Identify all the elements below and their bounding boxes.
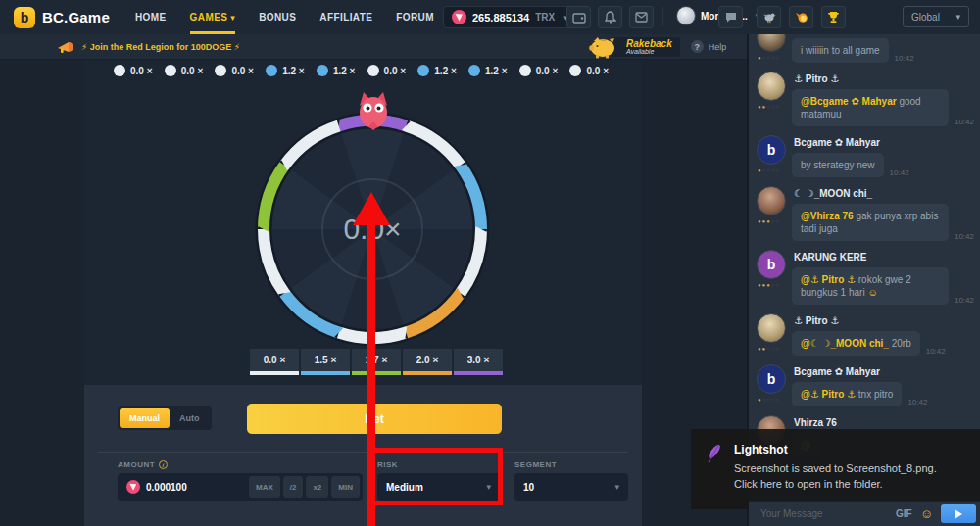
timestamp: 10:42 xyxy=(955,232,974,241)
legend-color-bar xyxy=(301,371,350,375)
history-chip[interactable]: 1.2 × xyxy=(468,65,508,76)
legend-color-bar xyxy=(352,371,401,375)
send-icon xyxy=(955,509,962,519)
info-icon[interactable]: i xyxy=(159,460,168,469)
nav-affiliate[interactable]: AFFILIATE xyxy=(319,0,372,34)
chat-username[interactable]: KARUNG KERE xyxy=(794,252,974,263)
result-dot xyxy=(317,65,328,76)
chat-username[interactable]: Vhirza 76 xyxy=(794,417,974,428)
promo-banner[interactable]: ⚡ Join the Red Legion for 100DOGE ⚡ Rake… xyxy=(0,34,747,59)
chat-message-input[interactable] xyxy=(760,508,888,519)
chat-toggle-button[interactable] xyxy=(718,6,743,28)
bcgame-wheel-page: b BC.Game HOME GAMES▾ BONUS AFFILIATE FO… xyxy=(0,0,980,526)
chat-fire-button[interactable] xyxy=(789,6,813,28)
rakeback-title: Rakeback xyxy=(626,39,672,48)
nav-home[interactable]: HOME xyxy=(135,0,167,34)
help-icon[interactable]: ? xyxy=(691,40,704,53)
toast-message-line2[interactable]: Click here to open in the folder. xyxy=(734,476,937,492)
currency-label: TRX xyxy=(535,12,555,23)
message-bubble: @⚓ Pitro ⚓ tnx pitro xyxy=(792,382,902,406)
lightshot-notification[interactable]: Lightshot Screenshot is saved to Screens… xyxy=(691,429,980,509)
history-chip[interactable]: 0.0 × xyxy=(519,65,559,76)
chat-room-selector[interactable]: Global ▾ xyxy=(903,6,969,27)
emoji-picker-button[interactable]: ☺ xyxy=(920,507,933,520)
avatar[interactable] xyxy=(757,72,786,101)
chat-message: ●●○○○ ⚓ Pitro ⚓ @☾ ☽_MOON chi_ 20rb 10:4… xyxy=(757,313,974,356)
history-chip[interactable]: 0.0 × xyxy=(215,65,254,76)
history-chip[interactable]: 1.2 × xyxy=(266,65,305,76)
max-button[interactable]: MAX xyxy=(249,476,280,498)
legend-color-bar xyxy=(250,371,299,375)
annotation-arrow-head xyxy=(353,192,390,225)
segment-select[interactable]: 10 ▾ xyxy=(514,473,628,501)
result-dot xyxy=(569,65,581,76)
timestamp: 10:42 xyxy=(907,398,927,406)
wallet-button[interactable] xyxy=(566,6,591,28)
history-chip[interactable]: 1.2 × xyxy=(317,65,356,76)
result-dot xyxy=(468,65,480,76)
message-bubble: by sterategy new xyxy=(792,153,884,177)
result-dot xyxy=(368,65,379,76)
chevron-down-icon: ▾ xyxy=(614,482,619,492)
chat-contest-button[interactable] xyxy=(821,6,846,28)
chat-input-bar: GIF ☺ xyxy=(749,501,980,526)
chat-message: b ●●●○○ KARUNG KERE @⚓ Pitro ⚓ rokok gwe… xyxy=(757,250,974,305)
half-button[interactable]: /2 xyxy=(283,476,304,498)
mail-icon xyxy=(635,12,648,23)
gif-button[interactable]: GIF xyxy=(896,508,912,519)
manual-tab[interactable]: Manual xyxy=(120,408,170,428)
rakeback-subtitle: Available xyxy=(626,48,672,55)
divider xyxy=(662,7,663,26)
avatar[interactable]: b xyxy=(757,364,786,394)
legend-item[interactable]: 2.0 × xyxy=(403,349,452,371)
message-bubble: @☾ ☽_MOON chi_ 20rb xyxy=(792,331,920,356)
chat-rain-button[interactable] xyxy=(757,6,781,28)
nav-forum[interactable]: FORUM xyxy=(396,0,434,34)
chat-username[interactable]: Bcgame ✿ Mahyar xyxy=(794,366,974,377)
result-dot xyxy=(519,65,531,76)
history-chip[interactable]: 0.0 × xyxy=(569,65,609,76)
min-button[interactable]: MIN xyxy=(331,476,360,498)
notifications-button[interactable] xyxy=(598,6,622,28)
avatar[interactable] xyxy=(757,313,786,343)
multiplier-legend: 0.0 × 1.5 × 1.7 × 2.0 × 3.0 × xyxy=(250,349,503,371)
chat-username[interactable]: Bcgame ✿ Mahyar xyxy=(794,137,974,148)
balance-selector[interactable]: 265.885134 TRX ▾ xyxy=(443,6,577,28)
top-header: b BC.Game HOME GAMES▾ BONUS AFFILIATE FO… xyxy=(0,0,980,34)
nav-games[interactable]: GAMES▾ xyxy=(190,0,236,34)
history-chip[interactable]: 0.0 × xyxy=(368,65,407,76)
divider xyxy=(98,452,628,453)
timestamp: 10:42 xyxy=(955,296,974,305)
messages-button[interactable] xyxy=(629,6,654,28)
avatar[interactable]: b xyxy=(757,135,786,165)
legend-item[interactable]: 1.5 × xyxy=(301,349,350,371)
rakeback-widget[interactable]: Rakeback Available ? Help xyxy=(588,34,726,59)
send-button[interactable] xyxy=(941,504,976,523)
avatar[interactable] xyxy=(757,186,786,215)
chevron-down-icon: ▾ xyxy=(956,12,960,22)
legend-item[interactable]: 3.0 × xyxy=(454,349,503,371)
wallet-icon xyxy=(572,12,586,24)
legend-item[interactable]: 1.7 × xyxy=(352,349,401,371)
double-button[interactable]: x2 xyxy=(306,476,328,498)
history-chip[interactable]: 0.0 × xyxy=(165,65,204,76)
logo[interactable]: b BC.Game xyxy=(0,7,127,28)
auto-tab[interactable]: Auto xyxy=(170,408,210,428)
help-label[interactable]: Help xyxy=(709,42,727,52)
avatar[interactable] xyxy=(757,34,786,52)
chat-username[interactable]: ☾ ☽_MOON chi_ xyxy=(794,188,974,199)
chat-username[interactable]: ⚓ Pitro ⚓ xyxy=(794,315,974,326)
trx-coin-icon xyxy=(452,10,466,24)
avatar xyxy=(676,6,696,25)
avatar[interactable]: b xyxy=(757,250,786,279)
nav-bonus[interactable]: BONUS xyxy=(259,0,296,34)
history-chip[interactable]: 1.2 × xyxy=(417,65,457,76)
history-chip[interactable]: 0.0 × xyxy=(114,65,153,76)
chat-username[interactable]: ⚓ Pitro ⚓ xyxy=(794,73,974,84)
amount-field[interactable]: MAX /2 x2 MIN xyxy=(118,473,363,501)
amount-input[interactable] xyxy=(146,482,246,493)
main-nav: HOME GAMES▾ BONUS AFFILIATE FORUM xyxy=(135,0,434,34)
message-bubble: @Bcgame ✿ Mahyar good matamuu xyxy=(792,89,949,126)
legend-item[interactable]: 0.0 × xyxy=(250,349,299,371)
chat-room-label: Global xyxy=(911,12,940,23)
